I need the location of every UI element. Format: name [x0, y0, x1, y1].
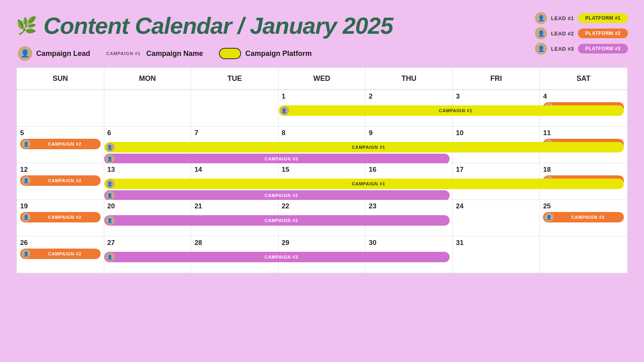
cal-cell: 3 [453, 90, 540, 126]
cal-row: 19👤CAMPAIGN #2202122232425👤CAMPAIGN #2 [17, 200, 627, 237]
cal-cell: 20 [104, 200, 192, 236]
top-legend-avatar: 👤 [535, 12, 547, 24]
cal-cell: 9 [365, 127, 453, 163]
day-number: 26 [20, 239, 101, 247]
logo-icon: 🌿 [16, 16, 37, 35]
cal-cell: 15 [279, 163, 366, 200]
cal-cell [540, 237, 627, 273]
bar-avatar: 👤 [545, 176, 553, 185]
day-number: 2 [369, 93, 449, 101]
bar-avatar: 👤 [545, 140, 553, 148]
legend-platform: Campaign Platform [219, 48, 312, 59]
cal-cell: 10 [453, 127, 540, 163]
cal-cell: 28 [191, 237, 279, 273]
legend-lead: 👤 Campaign Lead [18, 46, 90, 61]
bar-avatar: 👤 [545, 103, 553, 112]
cal-week-row: 5👤CAMPAIGN #267891011👤CAMPAIGN #2👤CAMPAI… [17, 127, 627, 163]
cal-row: 5👤CAMPAIGN #267891011👤CAMPAIGN #2 [17, 127, 627, 163]
cal-cell [17, 90, 104, 126]
day-number: 24 [456, 202, 537, 210]
day-number: 20 [107, 202, 188, 210]
day-number: 23 [369, 202, 449, 210]
cal-cell: 1 [279, 90, 366, 126]
top-legend-row: 👤 LEAD #3 PLATFORM #3 [535, 43, 628, 55]
day-number: 5 [20, 129, 101, 137]
day-number: 10 [456, 129, 537, 137]
cal-header-cell: SUN [17, 68, 104, 89]
cal-cell: 27 [104, 237, 192, 273]
day-number: 14 [194, 166, 275, 174]
cal-cell: 7 [191, 127, 279, 163]
bar-label: CAMPAIGN #2 [33, 215, 97, 220]
cal-cell: 4👤CAMPAIGN #2 [540, 90, 627, 126]
cal-header-cell: SAT [540, 68, 627, 89]
cal-row: 12👤CAMPAIGN #2131415161718👤CAMPAIGN #2 [17, 163, 627, 200]
day-number: 6 [107, 129, 188, 137]
cal-week-row: 26👤CAMPAIGN #22728293031👤CAMPAIGN #3 [17, 237, 627, 273]
day-number: 12 [20, 166, 101, 174]
campaign-bar: 👤CAMPAIGN #2 [543, 139, 624, 149]
day-number: 1 [282, 93, 362, 101]
cal-cell: 5👤CAMPAIGN #2 [17, 127, 104, 163]
campaign-bar: 👤CAMPAIGN #2 [543, 175, 624, 186]
top-legend-lead-id: LEAD #3 [551, 46, 574, 52]
cal-header-cell: THU [365, 68, 453, 89]
day-number: 30 [369, 239, 449, 247]
legend-platform-pill [219, 48, 241, 59]
cal-cell: 19👤CAMPAIGN #2 [17, 200, 104, 236]
platform-badge: PLATFORM #3 [578, 44, 628, 53]
campaign-bar: 👤CAMPAIGN #2 [20, 175, 101, 186]
legend-campaign: CAMPAIGN #1 Campaign Name [106, 49, 203, 58]
bar-label: CAMPAIGN #2 [556, 215, 620, 220]
cal-cell: 12👤CAMPAIGN #2 [17, 163, 104, 200]
legend-platform-label: Campaign Platform [245, 49, 312, 58]
top-legend-avatar: 👤 [535, 43, 547, 55]
bar-label: CAMPAIGN #2 [556, 142, 620, 146]
day-number: 29 [282, 239, 362, 247]
cal-cell: 29 [279, 237, 366, 273]
cal-header-cell: TUE [191, 68, 279, 89]
top-legend-row: 👤 LEAD #2 PLATFORM #2 [535, 27, 628, 39]
bar-label: CAMPAIGN #2 [33, 251, 97, 256]
cal-cell: 6 [104, 127, 192, 163]
cal-cell: 8 [279, 127, 366, 163]
day-number: 31 [456, 239, 537, 247]
platform-badge: PLATFORM #2 [578, 29, 628, 38]
bar-avatar: 👤 [22, 176, 31, 185]
bar-avatar: 👤 [22, 213, 31, 222]
cal-cell: 21 [191, 200, 279, 236]
bar-label: CAMPAIGN #2 [556, 178, 620, 183]
cal-cell: 11👤CAMPAIGN #2 [540, 127, 627, 163]
cal-row: 1234👤CAMPAIGN #2 [17, 90, 627, 127]
cal-cell: 22 [279, 200, 366, 236]
calendar: SUNMONTUEWEDTHUFRISAT 1234👤CAMPAIGN #2👤C… [16, 67, 628, 274]
cal-cell: 13 [104, 163, 192, 200]
day-number: 15 [282, 166, 362, 174]
platform-badge: PLATFORM #1 [578, 13, 628, 23]
cal-cell: 23 [365, 200, 453, 236]
top-legend-lead-id: LEAD #2 [551, 31, 574, 37]
calendar-body: 1234👤CAMPAIGN #2👤CAMPAIGN #15👤CAMPAIGN #… [17, 90, 627, 273]
day-number: 18 [543, 166, 624, 174]
campaign-bar: 👤CAMPAIGN #2 [20, 139, 101, 149]
cal-week-row: 19👤CAMPAIGN #2202122232425👤CAMPAIGN #2👤C… [17, 200, 627, 237]
day-number: 22 [282, 202, 362, 210]
day-number: 8 [282, 129, 362, 137]
campaign-bar: 👤CAMPAIGN #2 [543, 102, 624, 113]
cal-week-row: 12👤CAMPAIGN #2131415161718👤CAMPAIGN #2👤C… [17, 163, 627, 200]
page-title: Content Calendar / January 2025 [43, 12, 393, 39]
cal-cell: 14 [191, 163, 279, 200]
cal-header-cell: WED [279, 68, 366, 89]
day-number: 7 [194, 129, 275, 137]
day-number: 21 [194, 202, 275, 210]
bar-label: CAMPAIGN #2 [556, 105, 620, 110]
page-wrapper: 👤 LEAD #1 PLATFORM #1 👤 LEAD #2 PLATFORM… [0, 0, 644, 362]
legend-lead-avatar: 👤 [18, 46, 32, 61]
day-number: 25 [543, 202, 624, 210]
day-number: 11 [543, 129, 624, 137]
cal-cell: 17 [453, 163, 540, 200]
day-number: 28 [194, 239, 275, 247]
top-legend-lead-id: LEAD #1 [551, 15, 574, 21]
cal-cell: 24 [453, 200, 540, 236]
cal-cell: 25👤CAMPAIGN #2 [540, 200, 627, 236]
